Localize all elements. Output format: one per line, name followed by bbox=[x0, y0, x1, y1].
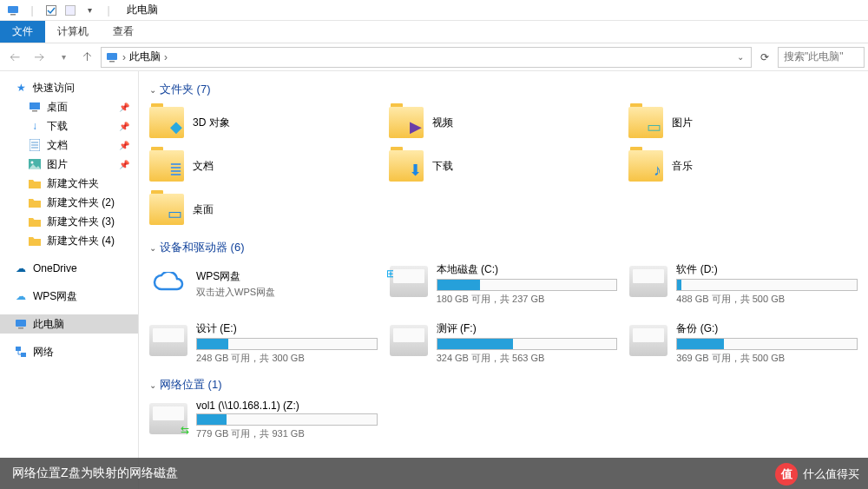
pin-icon: 📌 bbox=[119, 122, 129, 131]
breadcrumb[interactable]: 此电脑 bbox=[129, 50, 161, 64]
folder-label: 3D 对象 bbox=[193, 116, 230, 130]
drive-item[interactable]: ⊞本地磁盘 (C:)180 GB 可用，共 237 GB bbox=[390, 262, 618, 306]
folder-item[interactable]: ≣文档 bbox=[149, 148, 378, 184]
sidebar-item[interactable]: 文档📌 bbox=[0, 135, 138, 155]
folder-item[interactable]: ▭桌面 bbox=[149, 191, 378, 228]
sidebar-item[interactable]: 新建文件夹 (2) bbox=[0, 193, 138, 212]
folder-item[interactable]: ◆3D 对象 bbox=[149, 104, 378, 141]
drive-icon bbox=[629, 325, 667, 356]
folder-item[interactable]: ▶视频 bbox=[389, 104, 618, 141]
svg-rect-3 bbox=[66, 5, 76, 15]
folder-label: 桌面 bbox=[193, 202, 214, 217]
sidebar-onedrive[interactable]: ☁ OneDrive bbox=[0, 259, 138, 278]
sidebar-this-pc[interactable]: 此电脑 bbox=[0, 314, 138, 334]
drive-stat: 488 GB 可用，共 500 GB bbox=[676, 293, 858, 306]
network-icon bbox=[14, 345, 28, 359]
sidebar-label: 网络 bbox=[33, 345, 54, 360]
doc-icon bbox=[28, 138, 42, 152]
capacity-bar bbox=[437, 338, 618, 350]
drive-name: 测评 (F:) bbox=[437, 321, 618, 336]
pc-icon bbox=[14, 317, 28, 331]
folder-label: 视频 bbox=[432, 116, 453, 130]
svg-rect-17 bbox=[21, 353, 26, 357]
up-button[interactable]: 🡡 bbox=[76, 47, 99, 68]
sidebar-item[interactable]: 新建文件夹 bbox=[0, 174, 138, 193]
sidebar-item-label: 新建文件夹 bbox=[47, 176, 99, 191]
network-drive-item[interactable]: ⇆vol1 (\\10.168.1.1) (Z:)779 GB 可用，共 931… bbox=[149, 400, 378, 440]
drive-name: WPS网盘 bbox=[196, 269, 275, 284]
svg-rect-16 bbox=[16, 347, 21, 351]
qat-dropdown-icon[interactable]: ▾ bbox=[82, 3, 97, 18]
caption-overlay: 网络位置Z盘为映射的网络磁盘 bbox=[0, 458, 868, 489]
address-bar[interactable]: 此电脑 ⌄ bbox=[101, 47, 752, 68]
drive-item[interactable]: 软件 (D:)488 GB 可用，共 500 GB bbox=[629, 262, 858, 306]
svg-rect-0 bbox=[8, 6, 18, 13]
section-netloc-header[interactable]: ⌄ 网络位置 (1) bbox=[149, 377, 858, 393]
section-folders-header[interactable]: ⌄ 文件夹 (7) bbox=[149, 82, 858, 97]
drive-item[interactable]: 设计 (E:)248 GB 可用，共 300 GB bbox=[149, 321, 378, 365]
sidebar: ★ 快速访问 桌面📌↓下载📌文档📌图片📌新建文件夹新建文件夹 (2)新建文件夹 … bbox=[0, 71, 139, 489]
drive-name: vol1 (\\10.168.1.1) (Z:) bbox=[196, 400, 378, 412]
sidebar-label: 快速访问 bbox=[33, 81, 75, 96]
drive-name: 备份 (G:) bbox=[676, 321, 858, 336]
brand-watermark: 值 什么值得买 bbox=[775, 463, 859, 486]
download-icon: ↓ bbox=[28, 119, 42, 133]
tab-file[interactable]: 文件 bbox=[0, 21, 45, 43]
sidebar-item[interactable]: 新建文件夹 (3) bbox=[0, 212, 138, 231]
refresh-button[interactable]: ⟳ bbox=[753, 47, 776, 68]
folder-item[interactable]: ▭图片 bbox=[628, 104, 858, 141]
pc-icon bbox=[5, 3, 21, 18]
pc-icon bbox=[105, 50, 119, 64]
sidebar-quick-access[interactable]: ★ 快速访问 bbox=[0, 78, 138, 97]
qat-checkbox-icon[interactable] bbox=[43, 3, 59, 18]
drive-item[interactable]: 测评 (F:)324 GB 可用，共 563 GB bbox=[390, 321, 618, 365]
folder-item[interactable]: ♪音乐 bbox=[628, 148, 858, 184]
folder-icon: ▭ bbox=[628, 107, 663, 138]
caption-text: 网络位置Z盘为映射的网络磁盘 bbox=[12, 466, 178, 481]
sidebar-label: 此电脑 bbox=[33, 317, 64, 332]
tab-view[interactable]: 查看 bbox=[101, 21, 146, 43]
sidebar-label: WPS网盘 bbox=[33, 289, 77, 304]
drive-sub: 双击进入WPS网盘 bbox=[196, 286, 275, 299]
search-input[interactable]: 搜索"此电脑" bbox=[778, 47, 865, 68]
pin-icon: 📌 bbox=[119, 160, 129, 169]
drive-icon bbox=[390, 325, 428, 356]
drive-stat: 248 GB 可用，共 300 GB bbox=[196, 352, 378, 365]
chevron-right-icon[interactable] bbox=[164, 51, 168, 63]
folder-item[interactable]: ⬇下载 bbox=[389, 148, 618, 184]
svg-rect-1 bbox=[10, 14, 16, 16]
drive-name: 软件 (D:) bbox=[676, 262, 858, 277]
monitor-icon bbox=[28, 100, 42, 114]
drive-icon: ⇆ bbox=[149, 403, 187, 434]
capacity-bar bbox=[196, 338, 378, 350]
sidebar-item[interactable]: 桌面📌 bbox=[0, 97, 138, 116]
brand-icon: 值 bbox=[775, 463, 798, 486]
svg-point-13 bbox=[31, 162, 34, 164]
sidebar-item[interactable]: 图片📌 bbox=[0, 155, 138, 174]
drive-wps[interactable]: WPS网盘双击进入WPS网盘 bbox=[149, 262, 378, 306]
sidebar-wps[interactable]: ☁ WPS网盘 bbox=[0, 287, 138, 306]
section-title: 网络位置 (1) bbox=[160, 377, 222, 393]
section-drives-header[interactable]: ⌄ 设备和驱动器 (6) bbox=[149, 240, 858, 255]
drive-item[interactable]: 备份 (G:)369 GB 可用，共 500 GB bbox=[629, 321, 858, 365]
chevron-right-icon[interactable] bbox=[122, 51, 126, 63]
qat-separator: | bbox=[101, 3, 116, 18]
svg-rect-15 bbox=[18, 327, 23, 329]
forward-button[interactable]: 🡢 bbox=[28, 47, 50, 68]
svg-rect-4 bbox=[107, 53, 117, 60]
folder-icon bbox=[28, 176, 42, 190]
recent-dropdown-icon[interactable]: ▾ bbox=[52, 47, 75, 68]
folder-icon bbox=[28, 234, 42, 248]
drive-stat: 324 GB 可用，共 563 GB bbox=[437, 352, 618, 365]
folder-icon bbox=[28, 195, 42, 209]
sidebar-item[interactable]: 新建文件夹 (4) bbox=[0, 231, 138, 250]
address-dropdown-icon[interactable]: ⌄ bbox=[733, 52, 747, 62]
sidebar-item-label: 新建文件夹 (2) bbox=[47, 195, 115, 210]
qat-blank-icon[interactable] bbox=[62, 3, 78, 18]
tab-computer[interactable]: 计算机 bbox=[45, 21, 101, 43]
sidebar-item[interactable]: ↓下载📌 bbox=[0, 116, 138, 135]
sidebar-network[interactable]: 网络 bbox=[0, 342, 138, 361]
back-button[interactable]: 🡠 bbox=[3, 47, 26, 68]
title-bar: | ▾ | 此电脑 bbox=[0, 0, 868, 21]
folder-icon: ◆ bbox=[149, 107, 184, 138]
